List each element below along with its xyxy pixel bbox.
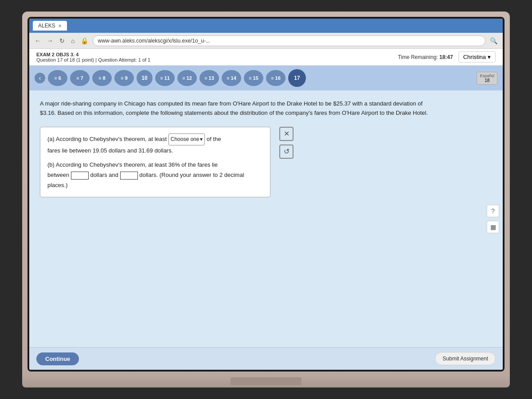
q-btn-16[interactable]: ≡ 16 xyxy=(266,70,286,86)
exam-info: EXAM 2 OBJS 3. 4 Question 17 of 18 (1 po… xyxy=(36,52,150,63)
redo-icon: ↺ xyxy=(284,147,289,156)
question-nav-bar: ‹ ≡ 6 ≡ 7 ≡ 8 ≡ 9 10 ≡ 11 ≡ 12 ≡ 13 ≡ 14… xyxy=(29,66,503,90)
q-btn-15[interactable]: ≡ 15 xyxy=(244,70,263,86)
time-label: Time Remaining: xyxy=(398,54,438,60)
search-button[interactable]: 🔍 xyxy=(488,36,499,45)
security-icon: 🔒 xyxy=(79,36,90,45)
answer-controls: ✕ ↺ xyxy=(279,127,293,159)
footer-bar: Continue Submit Assignment xyxy=(29,347,503,370)
q-btn-6[interactable]: ≡ 6 xyxy=(48,70,67,86)
part-b-prefix: (b) According to Chebyshev's theorem, at… xyxy=(47,161,218,168)
q-btn-10[interactable]: 10 xyxy=(137,70,153,86)
tab-label: ALEKS xyxy=(38,23,55,29)
submit-button[interactable]: Submit Assignment xyxy=(435,352,496,365)
redo-button[interactable]: ↺ xyxy=(279,145,293,159)
q-btn-12[interactable]: ≡ 12 xyxy=(177,70,197,86)
browser-titlebar: ALEKS ✕ xyxy=(29,19,503,33)
q-btn-11[interactable]: ≡ 11 xyxy=(155,70,175,86)
forward-button[interactable]: → xyxy=(45,36,55,45)
question-content: A major ride-sharing company in Chicago … xyxy=(29,90,503,347)
q-btn-7[interactable]: ≡ 7 xyxy=(70,70,90,86)
part-b-between-label: between xyxy=(47,172,69,178)
calculator-button[interactable]: ▦ xyxy=(487,221,499,233)
part-a-select[interactable]: Choose one ▾ xyxy=(168,133,205,146)
select-label: Choose one xyxy=(171,135,200,145)
trackpad[interactable] xyxy=(231,377,301,385)
q-btn-9[interactable]: ≡ 9 xyxy=(114,70,134,86)
time-remaining: Time Remaining: 18:47 xyxy=(398,54,453,60)
q-btn-8[interactable]: ≡ 8 xyxy=(92,70,112,86)
address-input[interactable] xyxy=(93,35,485,46)
part-b-mid: dollars and xyxy=(90,172,118,178)
espanol-label: Español xyxy=(480,74,494,78)
part-a-prefix: (a) According to Chebyshev's theorem, at… xyxy=(47,136,167,142)
q-btn-14[interactable]: ≡ 14 xyxy=(222,70,241,86)
laptop-screen: ALEKS ✕ ← → ↻ ⌂ 🔒 🔍 EXAM 2 OBJS 3. 4 xyxy=(22,12,510,375)
exam-question: Question 17 of 18 (1 point) | Question A… xyxy=(36,57,150,63)
laptop-base xyxy=(22,375,510,387)
tab-close-icon[interactable]: ✕ xyxy=(58,23,62,28)
time-value: 18:47 xyxy=(439,54,453,60)
user-name: Christina xyxy=(463,54,486,60)
screen-bezel: ALEKS ✕ ← → ↻ ⌂ 🔒 🔍 EXAM 2 OBJS 3. 4 xyxy=(27,17,505,372)
help-icon: ? xyxy=(491,207,495,215)
select-arrow-icon: ▾ xyxy=(200,135,203,145)
home-button[interactable]: ⌂ xyxy=(69,36,76,45)
user-dropdown[interactable]: Christina ▾ xyxy=(458,51,496,63)
part-b-line3: places.) xyxy=(47,182,68,188)
header-bar: EXAM 2 OBJS 3. 4 Question 17 of 18 (1 po… xyxy=(29,49,503,66)
answer-box: (a) According to Chebyshev's theorem, at… xyxy=(40,127,270,197)
answer-part-b: (b) According to Chebyshev's theorem, at… xyxy=(47,160,263,191)
q-btn-13[interactable]: ≡ 13 xyxy=(200,70,219,86)
nav-left-button[interactable]: ‹ xyxy=(35,73,45,83)
browser-window: ALEKS ✕ ← → ↻ ⌂ 🔒 🔍 EXAM 2 OBJS 3. 4 xyxy=(29,19,503,370)
part-a-suffix: of the xyxy=(207,136,221,142)
clear-button[interactable]: ✕ xyxy=(279,127,293,141)
espanol-number: 18 xyxy=(480,78,494,83)
continue-button[interactable]: Continue xyxy=(36,352,79,365)
q-btn-17[interactable]: 17 xyxy=(288,69,306,87)
part-b-input-1[interactable] xyxy=(71,172,89,180)
x-icon: ✕ xyxy=(284,129,289,138)
part-b-input-2[interactable] xyxy=(120,172,138,180)
question-text: A major ride-sharing company in Chicago … xyxy=(40,99,439,118)
part-b-suffix: dollars. (Round your answer to 2 decimal xyxy=(139,172,244,178)
back-button[interactable]: ← xyxy=(33,36,43,45)
answer-part-a: (a) According to Chebyshev's theorem, at… xyxy=(47,133,263,156)
espanol-button[interactable]: Español 18 xyxy=(477,72,497,85)
right-tools: ? ▦ xyxy=(487,205,499,233)
reload-button[interactable]: ↻ xyxy=(58,36,66,45)
part-a-line2: fares lie between 19.05 dollars and 31.6… xyxy=(47,147,173,154)
calc-icon: ▦ xyxy=(490,223,496,231)
dropdown-arrow-icon: ▾ xyxy=(488,54,491,60)
header-right: Time Remaining: 18:47 Christina ▾ xyxy=(398,51,496,63)
help-button[interactable]: ? xyxy=(487,205,499,217)
browser-tab[interactable]: ALEKS ✕ xyxy=(33,21,67,31)
content-area: EXAM 2 OBJS 3. 4 Question 17 of 18 (1 po… xyxy=(29,49,503,370)
exam-label: EXAM 2 OBJS 3. 4 xyxy=(36,52,150,57)
address-bar: ← → ↻ ⌂ 🔒 🔍 xyxy=(29,33,503,49)
